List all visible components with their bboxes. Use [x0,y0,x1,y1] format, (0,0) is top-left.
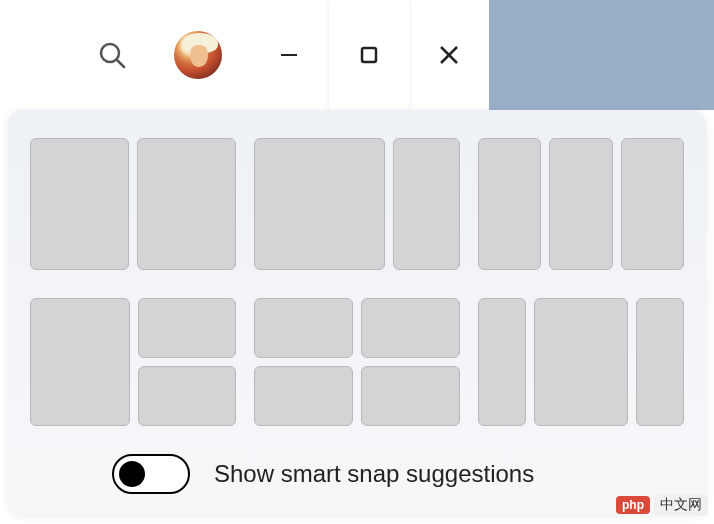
maximize-button[interactable] [329,0,409,110]
snap-zone-column [254,298,353,426]
snap-zone [636,298,684,426]
snap-zone [254,366,353,426]
watermark: php 中文网 [616,494,708,516]
snap-zone [478,298,526,426]
snap-zone [361,298,460,358]
snap-layout-two-even[interactable] [30,138,236,270]
snap-zone [137,138,236,270]
snap-zone [393,138,460,270]
background-strip [489,0,714,110]
snap-zone [549,138,612,270]
watermark-badge: php [616,496,650,514]
snap-layout-two-left-wide[interactable] [254,138,460,270]
svg-line-1 [117,60,124,67]
snap-zone [138,366,236,426]
snap-zone [138,298,236,358]
snap-zone-column [138,298,236,426]
snap-layout-quad[interactable] [254,298,460,426]
smart-snap-toggle-label: Show smart snap suggestions [214,460,534,488]
minimize-icon [278,44,300,66]
snap-zone [478,138,541,270]
snap-zone-column [361,298,460,426]
snap-zone [30,138,129,270]
snap-zone [534,298,628,426]
search-button[interactable] [90,33,134,77]
snap-layout-three-even[interactable] [478,138,684,270]
user-avatar[interactable] [174,31,222,79]
minimize-button[interactable] [249,0,329,110]
close-button[interactable] [409,0,489,110]
snap-zone [361,366,460,426]
snap-layout-left-plus-stack[interactable] [30,298,236,426]
snap-flyout-footer: Show smart snap suggestions [30,454,684,494]
close-icon [437,43,461,67]
snap-layout-three-center-wide[interactable] [478,298,684,426]
search-icon [97,40,127,70]
watermark-text: 中文网 [654,494,708,516]
title-bar-left [0,31,249,79]
svg-rect-3 [362,48,376,62]
snap-layouts-grid [30,138,684,426]
maximize-icon [358,44,380,66]
toggle-knob [119,461,145,487]
snap-zone [254,298,353,358]
smart-snap-toggle[interactable] [112,454,190,494]
snap-zone [621,138,684,270]
window-controls [249,0,714,110]
snap-zone [254,138,385,270]
snap-zone [30,298,130,426]
title-bar [0,0,714,110]
snap-layouts-flyout: Show smart snap suggestions [8,110,706,514]
